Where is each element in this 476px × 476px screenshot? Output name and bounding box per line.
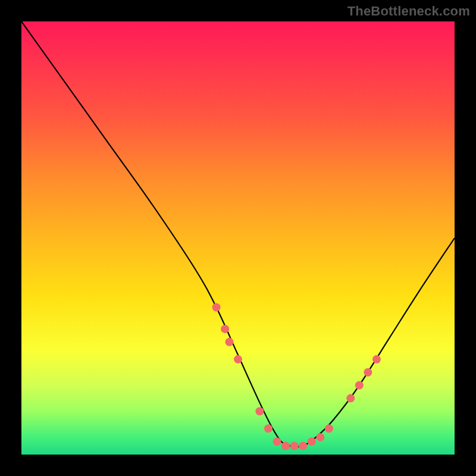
highlight-markers bbox=[212, 303, 381, 450]
marker-dot bbox=[212, 303, 221, 311]
marker-dot bbox=[364, 368, 372, 377]
marker-dot bbox=[281, 441, 290, 450]
marker-dot bbox=[325, 424, 333, 433]
marker-dot bbox=[273, 437, 281, 446]
marker-dot bbox=[308, 437, 316, 446]
marker-dot bbox=[264, 424, 273, 433]
marker-dot bbox=[234, 355, 242, 364]
chart-svg bbox=[21, 21, 455, 455]
marker-dot bbox=[221, 325, 229, 333]
bottleneck-curve bbox=[21, 21, 455, 447]
marker-dot bbox=[316, 433, 324, 441]
marker-dot bbox=[346, 394, 355, 402]
marker-dot bbox=[225, 338, 233, 346]
watermark-text: TheBottleneck.com bbox=[347, 4, 470, 19]
marker-dot bbox=[290, 441, 299, 450]
marker-dot bbox=[255, 407, 264, 415]
marker-dot bbox=[372, 355, 381, 364]
plot-area bbox=[21, 21, 455, 455]
marker-dot bbox=[355, 381, 364, 390]
marker-dot bbox=[299, 441, 307, 450]
chart-container: TheBottleneck.com bbox=[0, 0, 476, 476]
